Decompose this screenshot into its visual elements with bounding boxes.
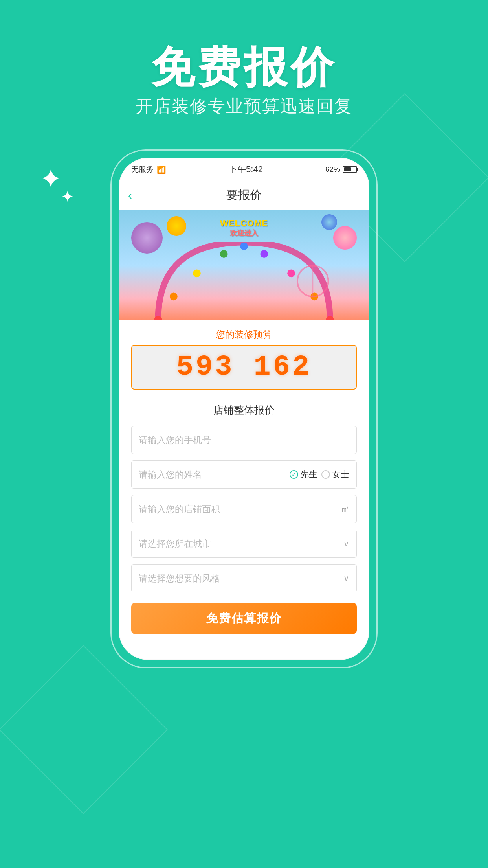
phone-content: WELCOME 欢迎进入 [119,210,369,659]
phone-outer-frame: 无服务 📶 下午5:42 62% ‹ 要报价 [110,149,378,668]
deco-circle-2 [167,216,186,236]
phone-inner-frame: 无服务 📶 下午5:42 62% ‹ 要报价 [119,158,369,660]
form-section: 店铺整体报价 请输入您的手机号 请输入您的姓名 先生 [119,395,369,642]
budget-label: 您的装修预算 [131,328,357,341]
welcome-cn-text: 欢迎进入 [220,228,268,238]
gender-options: 先生 女士 [290,469,349,480]
budget-section: 您的装修预算 593 162 [119,320,369,395]
welcome-en-text: WELCOME [220,218,268,228]
female-radio[interactable] [321,470,330,479]
svg-point-3 [220,250,228,258]
form-section-title: 店铺整体报价 [131,403,357,417]
svg-point-6 [287,269,295,277]
sub-title: 开店装修专业预算迅速回复 [136,95,352,118]
submit-button[interactable]: 免费估算报价 [131,603,357,634]
phone-input[interactable]: 请输入您的手机号 [131,426,357,454]
phone-placeholder: 请输入您的手机号 [139,434,211,446]
status-bar: 无服务 📶 下午5:42 62% [119,158,369,180]
status-time: 下午5:42 [229,164,263,175]
gender-male-label: 先生 [300,469,317,480]
header-section: 免费报价 开店装修专业预算迅速回复 [136,43,352,118]
carrier-text: 无服务 [131,164,154,175]
sparkle-icon-large: ✦ [39,165,62,193]
area-unit: ㎡ [341,503,349,515]
city-select[interactable]: 请选择您所在城市 ∨ [131,530,357,558]
budget-display: 593 162 [131,345,357,390]
battery-percent: 62% [325,165,340,174]
nav-bar: ‹ 要报价 [119,180,369,210]
city-chevron-icon: ∨ [343,539,349,548]
wifi-icon: 📶 [157,165,166,174]
back-button[interactable]: ‹ [128,189,132,202]
svg-point-1 [170,293,178,301]
status-right: 62% [325,165,357,174]
name-placeholder: 请输入您的姓名 [139,469,290,481]
deco-circle-3 [321,214,337,230]
name-gender-row[interactable]: 请输入您的姓名 先生 女士 [131,460,357,489]
area-placeholder: 请输入您的店铺面积 [139,503,220,515]
phone-mockup: 无服务 📶 下午5:42 62% ‹ 要报价 [110,149,378,668]
sparkle-icon-small: ✦ [61,189,74,204]
male-radio[interactable] [290,470,298,479]
nav-title: 要报价 [226,187,262,203]
status-left: 无服务 📶 [131,164,166,175]
svg-point-4 [240,243,248,250]
style-select[interactable]: 请选择您想要的风格 ∨ [131,564,357,592]
gender-male-option[interactable]: 先生 [290,469,317,480]
banner-welcome: WELCOME 欢迎进入 [220,218,268,238]
style-chevron-icon: ∨ [343,574,349,583]
arch-decoration [119,242,369,320]
style-placeholder: 请选择您想要的风格 [139,572,220,585]
main-title: 免费报价 [136,43,352,91]
svg-point-2 [193,269,201,277]
banner-area: WELCOME 欢迎进入 [119,210,369,320]
gender-female-option[interactable]: 女士 [321,469,349,480]
gender-female-label: 女士 [332,469,349,480]
city-placeholder: 请选择您所在城市 [139,538,211,550]
svg-point-5 [260,250,268,258]
battery-icon [343,166,357,173]
budget-number: 593 162 [176,351,312,383]
area-input[interactable]: 请输入您的店铺面积 ㎡ [131,495,357,523]
